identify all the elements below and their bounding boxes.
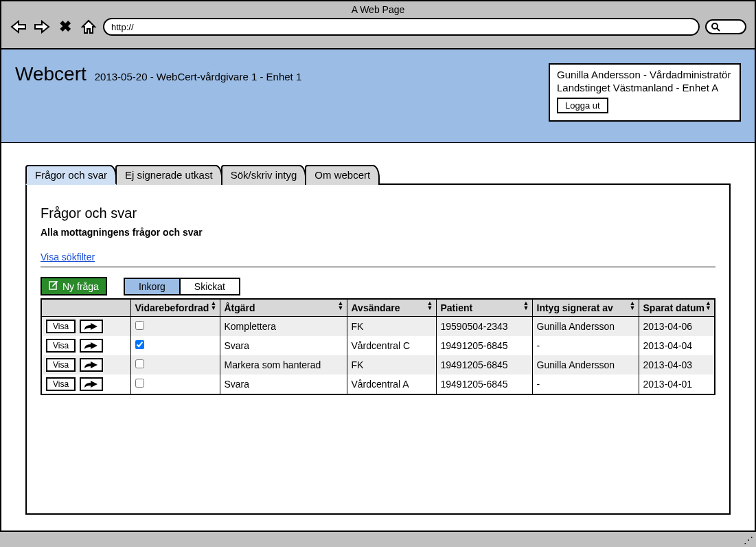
panel-title: Frågor och svar [41, 205, 715, 221]
logout-button[interactable]: Logga ut [557, 98, 608, 113]
sort-icon[interactable]: ▲▼ [427, 301, 433, 311]
view-button[interactable]: Visa [46, 377, 76, 391]
forward-icon[interactable] [33, 19, 51, 34]
tab-3[interactable]: Om webcert [305, 165, 380, 185]
row-actions-cell: Visa [41, 355, 130, 375]
toggle-skickat[interactable]: Skickat [181, 279, 239, 294]
url-input[interactable] [103, 18, 700, 36]
row-actions-cell: Visa [41, 317, 130, 337]
app-header: Webcert 2013-05-20 - WebCert-vårdgivare … [1, 49, 755, 143]
sender-cell: Vårdcentral C [347, 336, 436, 355]
table-row: VisaMarkera som hanteradFK19491205-6845G… [41, 355, 715, 375]
panel-subtitle: Alla mottagningens frågor och svar [41, 227, 715, 238]
view-button[interactable]: Visa [46, 320, 76, 333]
action-cell: Svara [220, 375, 347, 394]
forwarded-checkbox[interactable] [135, 359, 144, 368]
svg-point-0 [712, 23, 718, 29]
stop-icon[interactable]: ✖ [56, 19, 74, 34]
patient-cell: 19491205-6845 [436, 336, 532, 355]
tab-1[interactable]: Ej signerade utkast [115, 165, 222, 185]
col-header-6[interactable]: Sparat datum▲▼ [639, 299, 715, 317]
col-header-1[interactable]: Vidarebefordrad▲▼ [130, 299, 220, 317]
tabstrip: Frågor och svarEj signerade utkastSök/sk… [25, 164, 731, 185]
col-header-5[interactable]: Intyg signerat av▲▼ [532, 299, 639, 317]
table-row: VisaKompletteraFK19590504-2343Gunilla An… [41, 317, 715, 337]
forwarded-cell [130, 355, 220, 375]
saved-cell: 2013-04-04 [639, 336, 715, 355]
forwarded-cell [130, 336, 220, 355]
forward-button[interactable] [80, 377, 103, 391]
saved-cell: 2013-04-03 [639, 355, 715, 375]
svg-line-1 [717, 28, 720, 31]
main-area: Frågor och svarEj signerade utkastSök/sk… [1, 164, 755, 515]
forwarded-checkbox[interactable] [135, 321, 144, 330]
separator [41, 267, 715, 267]
signed-by-cell: - [532, 336, 639, 355]
col-header-4[interactable]: Patient▲▼ [436, 299, 532, 317]
patient-cell: 19491205-6845 [436, 355, 532, 375]
table-row: VisaSvaraVårdcentral A19491205-6845-2013… [41, 375, 715, 394]
resize-grip-icon[interactable]: ⋰ [744, 535, 753, 546]
toggle-inkorg[interactable]: Inkorg [125, 279, 181, 294]
folder-toggle: Inkorg Skickat [124, 278, 240, 295]
sort-icon[interactable]: ▲▼ [630, 301, 636, 311]
forward-button[interactable] [80, 339, 103, 353]
patient-cell: 19590504-2343 [436, 317, 532, 337]
app-subtitle: 2013-05-20 - WebCert-vårdgivare 1 - Enhe… [95, 71, 302, 82]
col-header-0 [41, 299, 130, 317]
user-line-1: Gunilla Andersson - Vårdadministratör [557, 69, 733, 80]
table-row: VisaSvaraVårdcentral C19491205-6845-2013… [41, 336, 715, 355]
action-cell: Markera som hanterad [220, 355, 347, 375]
sort-icon[interactable]: ▲▼ [211, 301, 217, 311]
search-pill[interactable] [705, 19, 746, 34]
view-button[interactable]: Visa [46, 339, 76, 353]
back-icon[interactable] [10, 19, 27, 34]
saved-cell: 2013-04-06 [639, 317, 715, 337]
user-line-2: Landstinget Västmanland - Enhet A [557, 82, 733, 93]
forward-button[interactable] [80, 358, 103, 372]
app-title: Webcert [15, 63, 87, 85]
patient-cell: 19491205-6845 [436, 375, 532, 394]
forwarded-checkbox[interactable] [135, 379, 144, 388]
action-bar: Ny fråga Inkorg Skickat [41, 277, 715, 295]
new-question-button[interactable]: Ny fråga [41, 277, 107, 295]
forwarded-cell [130, 317, 220, 337]
browser-status-bar: ⋰ [0, 531, 756, 547]
tab-2[interactable]: Sök/skriv intyg [221, 165, 307, 185]
sender-cell: FK [347, 355, 436, 375]
sort-icon[interactable]: ▲▼ [338, 301, 344, 311]
browser-window-title: A Web Page [1, 1, 755, 15]
new-question-label: Ny fråga [62, 281, 99, 292]
browser-toolbar: ✖ [1, 15, 755, 38]
forward-button[interactable] [80, 320, 103, 333]
show-filter-link[interactable]: Visa sökfilter [41, 252, 95, 263]
row-actions-cell: Visa [41, 336, 130, 355]
signed-by-cell: Gunilla Andersson [532, 317, 639, 337]
sender-cell: FK [347, 317, 436, 337]
tab-panel-questions: Frågor och svar Alla mottagningens frågo… [25, 185, 731, 515]
action-cell: Svara [220, 336, 347, 355]
tab-0[interactable]: Frågor och svar [25, 165, 117, 185]
compose-icon [49, 280, 58, 292]
questions-table: Vidarebefordrad▲▼Åtgärd▲▼Avsändare▲▼Pati… [41, 298, 715, 395]
row-actions-cell: Visa [41, 375, 130, 394]
action-cell: Komplettera [220, 317, 347, 337]
forwarded-checkbox[interactable] [135, 340, 144, 349]
signed-by-cell: Gunilla Andersson [532, 355, 639, 375]
col-header-3[interactable]: Avsändare▲▼ [347, 299, 436, 317]
sender-cell: Vårdcentral A [347, 375, 436, 394]
sort-icon[interactable]: ▲▼ [705, 301, 711, 311]
view-button[interactable]: Visa [46, 358, 76, 372]
sort-icon[interactable]: ▲▼ [523, 301, 529, 311]
saved-cell: 2013-04-01 [639, 375, 715, 394]
home-icon[interactable] [80, 19, 98, 34]
forwarded-cell [130, 375, 220, 394]
browser-chrome: A Web Page ✖ [1, 1, 755, 49]
col-header-2[interactable]: Åtgärd▲▼ [220, 299, 347, 317]
signed-by-cell: - [532, 375, 639, 394]
user-panel: Gunilla Andersson - Vårdadministratör La… [549, 63, 741, 122]
